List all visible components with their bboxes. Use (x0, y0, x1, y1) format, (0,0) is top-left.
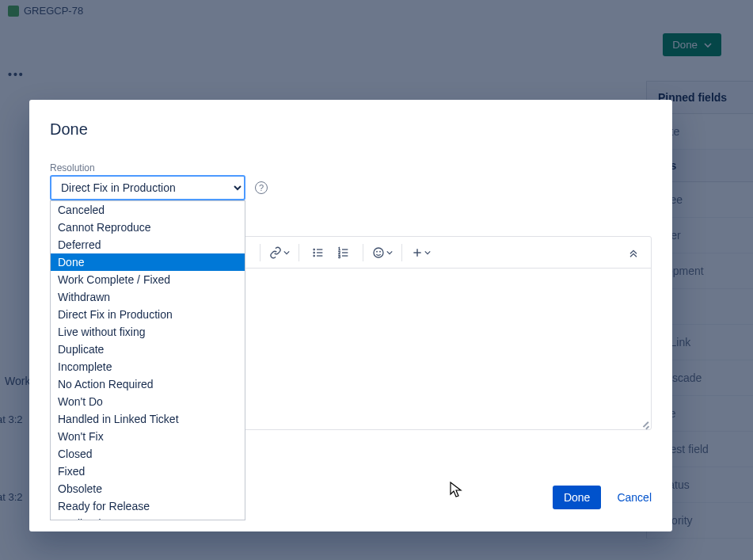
resolution-option[interactable]: Cannot Reproduce (51, 219, 245, 236)
resolution-option[interactable]: Fixed (51, 463, 245, 480)
resolution-option[interactable]: Duplicate (51, 341, 245, 358)
svg-point-13 (376, 251, 377, 252)
resolution-option[interactable]: Won't Fix (51, 428, 245, 445)
resolution-dropdown-panel: Canceled Cannot Reproduce Deferred Done … (50, 200, 245, 520)
toolbar-separator (260, 244, 261, 261)
chevron-double-up-icon (627, 246, 640, 259)
resize-handle[interactable] (640, 418, 649, 428)
modal-title: Done (50, 120, 652, 139)
resolution-option[interactable]: Work Complete / Fixed (51, 271, 245, 288)
resolution-option[interactable]: Handled in Linked Ticket (51, 410, 245, 428)
svg-point-1 (314, 252, 315, 253)
svg-point-12 (374, 248, 383, 257)
svg-point-14 (379, 251, 380, 252)
emoji-button[interactable] (371, 242, 394, 264)
numbered-list-icon: 123 (337, 246, 350, 259)
insert-button[interactable] (410, 242, 432, 264)
resolution-option[interactable]: Declined (51, 515, 245, 520)
resolution-option[interactable]: Done (51, 253, 245, 271)
resolution-option[interactable]: No Action Required (51, 375, 245, 393)
link-button[interactable] (268, 242, 291, 264)
chevron-down-icon (424, 250, 431, 256)
resolution-option[interactable]: Won't Do (51, 393, 245, 410)
numbered-list-button[interactable]: 123 (333, 242, 355, 264)
toolbar-separator (299, 244, 299, 261)
resolution-option[interactable]: Direct Fix in Production (51, 306, 245, 323)
done-button[interactable]: Done (553, 486, 601, 509)
resolution-option[interactable]: Deferred (51, 236, 245, 253)
chevron-down-icon (283, 250, 290, 256)
resolution-option[interactable]: Ready for Release (51, 497, 245, 515)
resolution-option[interactable]: Incomplete (51, 358, 245, 375)
collapse-toolbar-button[interactable] (622, 242, 645, 264)
resolution-option[interactable]: Live without fixing (51, 323, 245, 341)
toolbar-separator (401, 244, 402, 261)
chevron-down-icon (386, 250, 393, 256)
svg-text:3: 3 (338, 254, 340, 258)
help-icon[interactable]: ? (255, 181, 268, 194)
dropdown-list[interactable]: Canceled Cannot Reproduce Deferred Done … (51, 201, 245, 520)
resolution-option[interactable]: Obsolete (51, 480, 245, 497)
svg-point-0 (314, 249, 315, 250)
link-icon (269, 246, 282, 259)
emoji-icon (372, 246, 385, 259)
transition-modal: Done Resolution Direct Fix in Production… (29, 100, 672, 531)
resolution-option[interactable]: Withdrawn (51, 288, 245, 306)
resolution-option[interactable]: Closed (51, 445, 245, 463)
svg-point-2 (314, 255, 315, 257)
bullet-list-button[interactable] (307, 242, 329, 264)
resolution-field-label: Resolution (50, 162, 652, 173)
toolbar-separator (363, 244, 363, 261)
plus-icon (412, 247, 423, 258)
bullet-list-icon (312, 246, 325, 259)
resolution-select[interactable]: Direct Fix in Production (50, 175, 245, 200)
resolution-option[interactable]: Canceled (51, 201, 245, 219)
cancel-button[interactable]: Cancel (617, 491, 652, 504)
